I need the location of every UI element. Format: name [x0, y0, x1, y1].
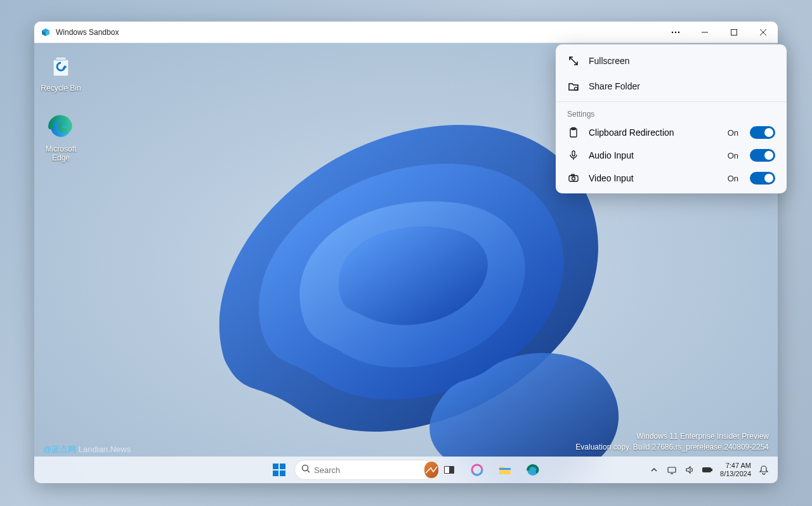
setting-label: Video Input [589, 173, 719, 183]
window-title: Windows Sandbox [56, 28, 119, 37]
svg-rect-19 [445, 467, 449, 473]
edge-icon [46, 112, 76, 142]
titlebar: Windows Sandbox [34, 22, 778, 43]
start-button[interactable] [266, 457, 292, 483]
tray-network-icon[interactable] [665, 464, 678, 476]
flyout-divider [556, 101, 787, 102]
setting-label: Clipboard Redirection [589, 127, 719, 138]
svg-rect-26 [702, 467, 711, 472]
edge-button[interactable] [520, 457, 546, 483]
camera-icon [567, 172, 580, 185]
taskbar-search[interactable] [294, 460, 434, 480]
svg-rect-34 [572, 174, 574, 176]
clipboard-icon [567, 126, 580, 139]
close-button[interactable] [749, 22, 778, 43]
clipboard-toggle[interactable] [750, 126, 775, 139]
desktop-icon-label: Microsoft Edge [37, 145, 85, 162]
svg-rect-14 [273, 470, 278, 476]
clock-time: 7:47 AM [720, 462, 751, 470]
svg-point-0 [672, 31, 673, 32]
svg-rect-22 [499, 468, 511, 470]
desktop-icon-recycle-bin[interactable]: Recycle Bin [37, 51, 85, 93]
more-button[interactable] [661, 22, 690, 43]
clock-date: 8/13/2024 [720, 470, 751, 478]
task-view-button[interactable] [436, 457, 462, 483]
svg-rect-12 [273, 464, 278, 469]
microphone-icon [567, 149, 580, 162]
file-explorer-button[interactable] [492, 457, 518, 483]
tray-notifications-icon[interactable] [757, 464, 770, 476]
svg-rect-4 [731, 29, 737, 35]
desktop-icon-edge[interactable]: Microsoft Edge [37, 112, 85, 162]
setting-state: On [728, 128, 738, 138]
watermark-line2: Evaluation copy. Build 27686.rs_prerelea… [575, 442, 769, 453]
svg-rect-13 [280, 464, 285, 469]
flyout-item-label: Fullscreen [589, 56, 630, 66]
setting-label: Audio Input [589, 150, 719, 160]
copilot-button[interactable] [464, 457, 490, 483]
credit: @蓝点网 Landian.News [43, 444, 131, 455]
svg-point-2 [678, 31, 679, 32]
sandbox-icon [41, 27, 51, 37]
settings-header: Settings [556, 105, 787, 121]
minimize-button[interactable] [690, 22, 719, 43]
svg-rect-9 [56, 57, 66, 60]
watermark: Windows 11 Enterprise Insider Preview Ev… [575, 431, 769, 453]
setting-state: On [728, 151, 738, 160]
taskbar-clock[interactable]: 7:47 AM 8/13/2024 [719, 462, 752, 478]
audio-toggle[interactable] [750, 149, 775, 162]
share-folder-item[interactable]: Share Folder [556, 74, 787, 99]
svg-line-17 [308, 470, 310, 473]
svg-point-33 [572, 177, 575, 180]
video-toggle[interactable] [750, 172, 775, 185]
setting-video: Video Input On [556, 167, 787, 190]
taskbar: 7:47 AM 8/13/2024 [34, 457, 778, 483]
maximize-button[interactable] [719, 22, 749, 43]
svg-point-1 [675, 31, 676, 32]
tray-chevron-icon[interactable] [648, 464, 660, 476]
svg-rect-27 [711, 469, 712, 471]
tray-battery-icon[interactable] [701, 464, 714, 476]
flyout-item-label: Share Folder [589, 81, 640, 91]
tray-volume-icon[interactable] [683, 464, 696, 476]
search-input[interactable] [314, 465, 421, 475]
svg-rect-24 [668, 467, 676, 472]
svg-rect-31 [572, 151, 575, 156]
setting-audio: Audio Input On [556, 144, 787, 167]
recycle-bin-icon [46, 51, 76, 81]
setting-state: On [728, 174, 738, 183]
watermark-line1: Windows 11 Enterprise Insider Preview [575, 431, 769, 442]
more-flyout: Fullscreen Share Folder Settings Clipboa… [556, 44, 787, 193]
fullscreen-icon [567, 55, 580, 67]
fullscreen-item[interactable]: Fullscreen [556, 48, 787, 74]
desktop-icon-label: Recycle Bin [37, 84, 85, 93]
setting-clipboard: Clipboard Redirection On [556, 121, 787, 144]
svg-point-16 [303, 465, 308, 471]
search-icon [301, 464, 310, 476]
folder-share-icon [567, 80, 580, 93]
svg-rect-15 [280, 470, 285, 476]
